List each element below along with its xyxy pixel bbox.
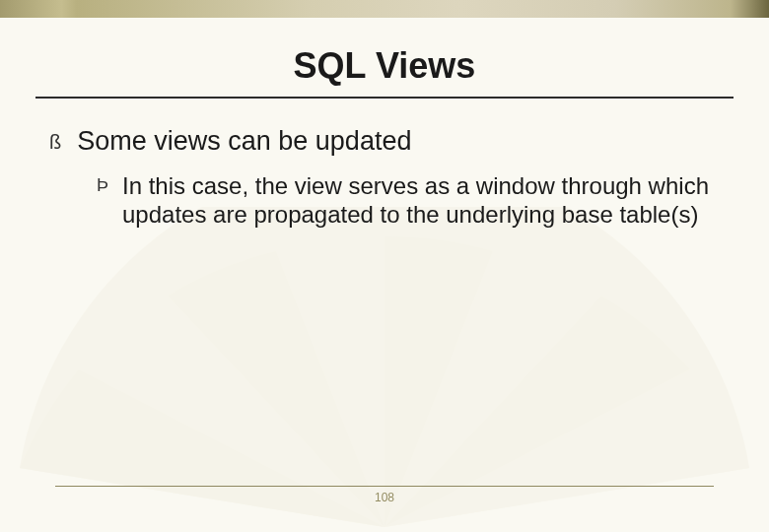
footer-rule bbox=[55, 486, 714, 487]
slide-title: SQL Views bbox=[0, 45, 769, 87]
bullet-level-1: ß Some views can be updated bbox=[49, 126, 726, 158]
bullet-l2-text: In this case, the view serves as a windo… bbox=[122, 171, 726, 230]
title-underline bbox=[35, 97, 734, 99]
bullet-sub-icon: Þ bbox=[97, 171, 108, 230]
page-number: 108 bbox=[0, 491, 769, 504]
slide-content: ß Some views can be updated Þ In this ca… bbox=[49, 126, 726, 230]
fan-background-art bbox=[0, 207, 769, 532]
bullet-arrow-icon: ß bbox=[49, 126, 61, 158]
bullet-l1-text: Some views can be updated bbox=[77, 126, 411, 158]
bullet-level-2: Þ In this case, the view serves as a win… bbox=[97, 171, 726, 230]
decorative-top-bar bbox=[0, 0, 769, 18]
